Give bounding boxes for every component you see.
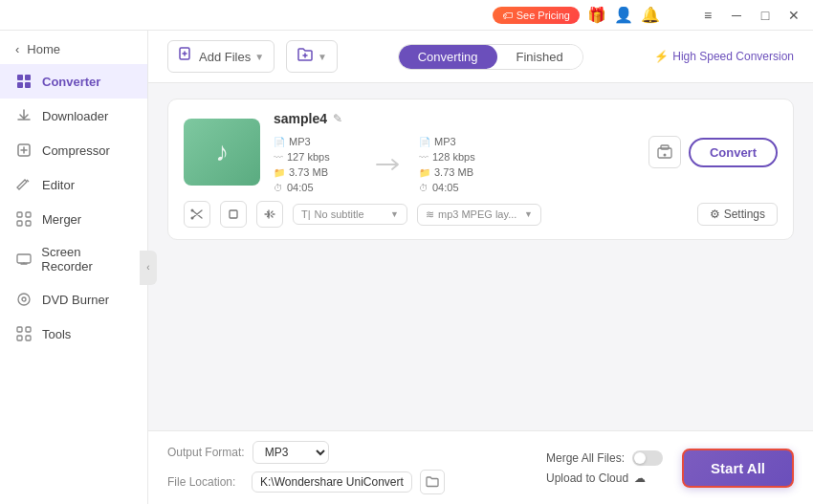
- file-list: ♪ sample4 ✎ 📄 MP3: [148, 83, 813, 430]
- file-card: ♪ sample4 ✎ 📄 MP3: [167, 99, 794, 240]
- clock-icon: ⏱: [274, 183, 283, 193]
- file-thumbnail: ♪: [184, 119, 260, 186]
- sidebar-item-dvd-burner[interactable]: DVD Burner: [0, 282, 147, 317]
- output-format: MP3: [434, 136, 456, 147]
- output-size-item: 📁 3.73 MB: [419, 166, 505, 178]
- footer-left: Output Format: MP3 File Location:: [167, 441, 527, 494]
- output-file-icon: 📄: [419, 137, 430, 147]
- titlebar: 🏷 See Pricing 🎁 👤 🔔 ≡ ─ □ ✕: [0, 0, 813, 31]
- svg-rect-2: [17, 82, 23, 88]
- svg-point-10: [18, 294, 30, 305]
- sidebar-item-screen-recorder[interactable]: Screen Recorder: [0, 236, 147, 282]
- titlebar-pricing-area: 🏷 See Pricing 🎁 👤 🔔: [493, 6, 660, 24]
- sidebar-tools-label: Tools: [42, 327, 71, 341]
- chevron-left-icon: ‹: [15, 42, 19, 56]
- file-name-row: sample4 ✎: [274, 111, 635, 126]
- sidebar-compressor-label: Compressor: [42, 143, 110, 158]
- trim-button[interactable]: [184, 201, 210, 228]
- bell-icon: 🔔: [641, 6, 660, 24]
- close-button[interactable]: ✕: [782, 4, 805, 27]
- file-location-row: File Location:: [167, 470, 527, 494]
- subtitle-icon: T|: [301, 208, 311, 220]
- convert-button[interactable]: Convert: [689, 138, 778, 167]
- subtitle-select[interactable]: T| No subtitle ▼: [293, 204, 407, 225]
- audio-track-select[interactable]: ≋ mp3 MPEG lay... ▼: [417, 204, 541, 226]
- sidebar-item-downloader[interactable]: Downloader: [0, 99, 147, 133]
- gift-icon: 🎁: [587, 6, 606, 24]
- sidebar-merger-label: Merger: [42, 212, 81, 227]
- svg-rect-9: [17, 254, 31, 263]
- tab-finished[interactable]: Finished: [497, 45, 582, 69]
- source-format: MP3: [289, 136, 311, 147]
- maximize-button[interactable]: □: [754, 4, 777, 27]
- dvd-burner-icon: [15, 291, 33, 308]
- source-bitrate-item: 〰 127 kbps: [274, 151, 360, 163]
- high-speed-label: High Speed Conversion: [672, 50, 794, 63]
- svg-rect-22: [230, 210, 237, 218]
- sidebar-screen-recorder-label: Screen Recorder: [41, 245, 132, 274]
- sidebar-collapse-button[interactable]: ‹: [140, 251, 157, 285]
- sidebar-dvd-burner-label: DVD Burner: [42, 293, 109, 307]
- source-size-item: 📁 3.73 MB: [274, 166, 360, 178]
- settings-button[interactable]: ⚙ Settings: [697, 203, 778, 226]
- file-meta-row: 📄 MP3 〰 127 kbps 📁 3.73 MB: [274, 136, 635, 193]
- output-bitrate: 128 kbps: [432, 151, 475, 163]
- start-all-button[interactable]: Start All: [682, 449, 794, 488]
- file-name: sample4: [274, 111, 327, 126]
- add-files-button[interactable]: Add Files ▼: [167, 40, 275, 73]
- file-location-input[interactable]: [252, 471, 412, 493]
- subtitle-chevron: ▼: [390, 209, 399, 219]
- file-card-bottom: T| No subtitle ▼ ≋ mp3 MPEG lay... ▼ ⚙ S…: [184, 201, 778, 228]
- effects-button[interactable]: [256, 201, 283, 228]
- audio-placeholder: mp3 MPEG lay...: [438, 208, 516, 220]
- downloader-icon: [15, 107, 33, 124]
- see-pricing-label: See Pricing: [516, 10, 570, 21]
- folder-icon: 📁: [274, 167, 285, 178]
- device-export-button[interactable]: [648, 136, 681, 168]
- output-duration: 04:05: [432, 182, 459, 193]
- edit-icon[interactable]: ✎: [333, 112, 342, 125]
- file-info: sample4 ✎ 📄 MP3 〰: [274, 111, 635, 193]
- sidebar-item-editor[interactable]: Editor: [0, 167, 147, 202]
- sidebar-item-merger[interactable]: Merger: [0, 202, 147, 236]
- menu-icon-button[interactable]: ≡: [696, 4, 719, 27]
- source-duration-item: ⏱ 04:05: [274, 182, 360, 193]
- browse-folder-button[interactable]: [420, 470, 445, 494]
- upload-cloud-label: Upload to Cloud: [546, 471, 628, 485]
- source-meta: 📄 MP3 〰 127 kbps 📁 3.73 MB: [274, 136, 360, 193]
- svg-rect-5: [17, 212, 22, 217]
- merge-all-toggle[interactable]: [632, 450, 663, 466]
- svg-rect-12: [17, 327, 22, 332]
- sidebar-item-compressor[interactable]: Compressor: [0, 133, 147, 167]
- crop-button[interactable]: [220, 201, 247, 228]
- tab-converting[interactable]: Converting: [399, 45, 497, 69]
- source-size: 3.73 MB: [289, 166, 328, 178]
- upload-cloud-row: Upload to Cloud ☁: [546, 471, 663, 485]
- add-files-chevron: ▼: [254, 52, 264, 62]
- tag-icon: 🏷: [502, 10, 513, 21]
- output-format-row: Output Format: MP3: [167, 441, 527, 464]
- add-folder-button[interactable]: ▼: [286, 40, 338, 73]
- svg-point-11: [22, 297, 26, 301]
- svg-rect-8: [26, 221, 31, 226]
- svg-point-19: [663, 154, 666, 157]
- svg-rect-15: [26, 336, 31, 340]
- output-duration-item: ⏱ 04:05: [419, 182, 505, 193]
- add-folder-icon: [297, 46, 314, 67]
- svg-rect-14: [17, 336, 22, 340]
- convert-arrow: [360, 157, 419, 172]
- minimize-button[interactable]: ─: [725, 4, 748, 27]
- settings-gear-icon: ⚙: [710, 208, 720, 221]
- compressor-icon: [15, 142, 33, 159]
- sidebar-item-converter[interactable]: Converter: [0, 64, 147, 99]
- file-location-label: File Location:: [167, 475, 244, 489]
- avatar-icon: 👤: [614, 6, 633, 24]
- output-format-select[interactable]: MP3: [253, 441, 329, 464]
- output-size: 3.73 MB: [434, 166, 473, 178]
- output-folder-icon: 📁: [419, 167, 430, 178]
- sidebar-item-tools[interactable]: Tools: [0, 317, 147, 351]
- converter-icon: [15, 73, 33, 90]
- tab-group: Converting Finished: [398, 44, 583, 70]
- sidebar-home-item[interactable]: ‹ Home: [0, 34, 147, 64]
- see-pricing-button[interactable]: 🏷 See Pricing: [493, 7, 580, 24]
